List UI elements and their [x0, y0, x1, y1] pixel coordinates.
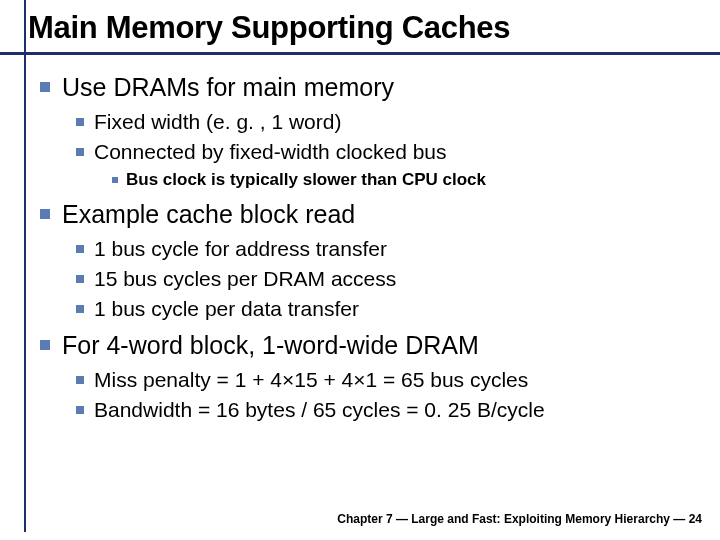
- bullet-level2: 1 bus cycle per data transfer: [76, 297, 700, 321]
- bullet-level3: Bus clock is typically slower than CPU c…: [112, 170, 700, 190]
- square-bullet-icon: [76, 376, 84, 384]
- square-bullet-icon: [40, 82, 50, 92]
- bullet-text: 1 bus cycle per data transfer: [94, 297, 359, 321]
- slide-content: Use DRAMs for main memory Fixed width (e…: [0, 55, 720, 422]
- slide-footer: Chapter 7 — Large and Fast: Exploiting M…: [337, 512, 702, 526]
- square-bullet-icon: [76, 118, 84, 126]
- bullet-text: Bandwidth = 16 bytes / 65 cycles = 0. 25…: [94, 398, 545, 422]
- bullet-text: 1 bus cycle for address transfer: [94, 237, 387, 261]
- square-bullet-icon: [40, 209, 50, 219]
- square-bullet-icon: [76, 148, 84, 156]
- square-bullet-icon: [76, 305, 84, 313]
- bullet-text: 15 bus cycles per DRAM access: [94, 267, 396, 291]
- slide-title: Main Memory Supporting Caches: [28, 10, 700, 46]
- bullet-text: Use DRAMs for main memory: [62, 73, 394, 102]
- square-bullet-icon: [40, 340, 50, 350]
- title-bar: Main Memory Supporting Caches: [0, 0, 720, 55]
- bullet-text: Bus clock is typically slower than CPU c…: [126, 170, 486, 190]
- square-bullet-icon: [112, 177, 118, 183]
- bullet-text: For 4-word block, 1-word-wide DRAM: [62, 331, 479, 360]
- bullet-level1: Example cache block read: [40, 200, 700, 229]
- square-bullet-icon: [76, 245, 84, 253]
- bullet-text: Fixed width (e. g. , 1 word): [94, 110, 341, 134]
- bullet-text: Example cache block read: [62, 200, 355, 229]
- square-bullet-icon: [76, 406, 84, 414]
- bullet-text: Connected by fixed-width clocked bus: [94, 140, 447, 164]
- bullet-level2: 1 bus cycle for address transfer: [76, 237, 700, 261]
- square-bullet-icon: [76, 275, 84, 283]
- bullet-level2: 15 bus cycles per DRAM access: [76, 267, 700, 291]
- bullet-level2: Fixed width (e. g. , 1 word): [76, 110, 700, 134]
- bullet-level2: Miss penalty = 1 + 4×15 + 4×1 = 65 bus c…: [76, 368, 700, 392]
- bullet-level2: Connected by fixed-width clocked bus: [76, 140, 700, 164]
- bullet-level2: Bandwidth = 16 bytes / 65 cycles = 0. 25…: [76, 398, 700, 422]
- bullet-level1: For 4-word block, 1-word-wide DRAM: [40, 331, 700, 360]
- bullet-level1: Use DRAMs for main memory: [40, 73, 700, 102]
- bullet-text: Miss penalty = 1 + 4×15 + 4×1 = 65 bus c…: [94, 368, 528, 392]
